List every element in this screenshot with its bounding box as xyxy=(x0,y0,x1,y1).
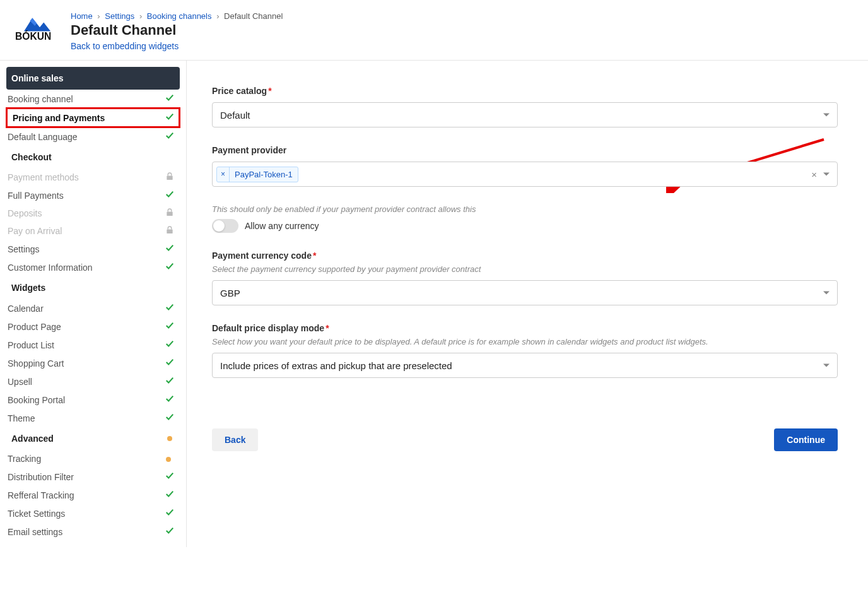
nav-deposits[interactable]: Deposits xyxy=(6,204,180,222)
section-checkout[interactable]: Checkout xyxy=(6,146,180,168)
required-mark: * xyxy=(268,86,271,96)
lock-icon xyxy=(165,172,175,182)
dot-icon xyxy=(167,436,172,441)
section-advanced[interactable]: Advanced xyxy=(6,427,180,450)
check-icon xyxy=(165,262,175,273)
section-online-sales[interactable]: Online sales xyxy=(6,67,180,90)
nav-label: Customer Information xyxy=(6,263,93,273)
nav-pay-on-arrival[interactable]: Pay on Arrival xyxy=(6,222,180,240)
label-price-catalog: Price catalog* xyxy=(212,86,838,96)
select-value: Default xyxy=(220,110,250,121)
label-text: Payment currency code xyxy=(212,251,312,261)
check-icon xyxy=(165,244,175,254)
nav-label: Calendar xyxy=(6,304,44,314)
toggle-allow-currency[interactable] xyxy=(212,219,238,233)
breadcrumb-home[interactable]: Home xyxy=(71,11,93,21)
nav-label: Shopping Cart xyxy=(6,358,64,369)
nav-full-payments[interactable]: Full Payments xyxy=(6,186,180,204)
nav-email-settings[interactable]: Email settings xyxy=(6,522,180,541)
check-icon xyxy=(165,339,175,350)
check-icon xyxy=(165,112,175,123)
breadcrumb-booking-channels[interactable]: Booking channels xyxy=(147,11,212,21)
label-text: Price catalog xyxy=(212,86,267,96)
chevron-down-icon xyxy=(823,114,830,117)
select-display-mode[interactable]: Include prices of extras and pickup that… xyxy=(212,353,838,378)
nav-label: Theme xyxy=(6,413,35,423)
nav-settings[interactable]: Settings xyxy=(6,240,180,258)
chevron-down-icon xyxy=(823,292,830,295)
nav-product-list[interactable]: Product List xyxy=(6,336,180,354)
label-payment-provider: Payment provider xyxy=(212,145,838,155)
check-icon xyxy=(165,303,175,314)
nav-shopping-cart[interactable]: Shopping Cart xyxy=(6,354,180,372)
help-currency-code: Select the payment currency supported by… xyxy=(212,264,838,274)
nav-label: Booking channel xyxy=(6,94,73,104)
nav-label: Product List xyxy=(6,340,54,350)
nav-label: Email settings xyxy=(6,527,62,537)
lock-icon xyxy=(165,226,175,236)
nav-refferal-tracking[interactable]: Refferal Tracking xyxy=(6,486,180,504)
nav-booking-portal[interactable]: Booking Portal xyxy=(6,391,180,409)
dot-icon xyxy=(165,454,175,464)
main-content: Price catalog* Default Payment provider … xyxy=(187,61,868,547)
nav-payment-methods[interactable]: Payment methods xyxy=(6,168,180,186)
nav-label: Pricing and Payments xyxy=(11,113,105,123)
nav-label: Pay on Arrival xyxy=(6,226,62,236)
nav-default-language[interactable]: Default Language xyxy=(6,127,180,146)
check-icon xyxy=(165,394,175,405)
required-mark: * xyxy=(326,323,329,333)
svg-rect-3 xyxy=(167,230,172,234)
label-display-mode: Default price display mode* xyxy=(212,323,838,333)
select-currency-code[interactable]: GBP xyxy=(212,280,838,305)
nav-distribution-filter[interactable]: Distribution Filter xyxy=(6,468,180,486)
label-currency-code: Payment currency code* xyxy=(212,251,838,261)
nav-label: Ticket Settings xyxy=(6,509,65,519)
multiselect-payment-provider[interactable]: × PayPal-Token-1 × xyxy=(212,162,838,187)
section-widgets[interactable]: Widgets xyxy=(6,276,180,299)
select-price-catalog[interactable]: Default xyxy=(212,102,838,127)
nav-label: Full Payments xyxy=(6,191,64,201)
logo: BÓKUN xyxy=(15,9,64,47)
nav-label: Booking Portal xyxy=(6,395,65,405)
svg-rect-1 xyxy=(167,176,172,180)
field-allow-currency: This should only be enabled if your paym… xyxy=(212,204,838,233)
nav-label: Tracking xyxy=(6,454,41,464)
check-icon xyxy=(165,190,175,201)
nav-label: Settings xyxy=(6,244,40,254)
nav-label: Distribution Filter xyxy=(6,472,74,482)
help-display-mode: Select how you want your default price t… xyxy=(212,337,838,346)
tag-remove-button[interactable]: × xyxy=(217,167,230,182)
breadcrumb-current: Default Channel xyxy=(224,11,283,21)
nav-booking-channel[interactable]: Booking channel xyxy=(6,90,180,108)
back-to-widgets-link[interactable]: Back to embedding widgets xyxy=(71,41,179,51)
select-value: Include prices of extras and pickup that… xyxy=(220,360,452,371)
nav-tracking[interactable]: Tracking xyxy=(6,450,180,468)
clear-all-button[interactable]: × xyxy=(811,169,817,180)
nav-label: Product Page xyxy=(6,322,61,332)
required-mark: * xyxy=(313,251,316,261)
nav-upsell[interactable]: Upsell xyxy=(6,372,180,391)
toggle-knob xyxy=(213,220,225,232)
nav-calendar[interactable]: Calendar xyxy=(6,299,180,317)
breadcrumb-sep: › xyxy=(139,11,142,21)
nav-label: Deposits xyxy=(6,208,42,218)
nav-pricing-payments[interactable]: Pricing and Payments xyxy=(6,107,180,128)
nav-ticket-settings[interactable]: Ticket Settings xyxy=(6,504,180,522)
check-icon xyxy=(165,93,175,104)
nav-theme[interactable]: Theme xyxy=(6,409,180,427)
check-icon xyxy=(165,526,175,537)
lock-icon xyxy=(165,208,175,218)
nav-customer-info[interactable]: Customer Information xyxy=(6,258,180,276)
breadcrumb-settings[interactable]: Settings xyxy=(105,11,134,21)
field-currency-code: Payment currency code* Select the paymen… xyxy=(212,251,838,305)
check-icon xyxy=(165,471,175,482)
svg-text:BÓKUN: BÓKUN xyxy=(15,30,51,42)
chevron-down-icon xyxy=(823,364,830,367)
nav-product-page[interactable]: Product Page xyxy=(6,317,180,336)
back-button[interactable]: Back xyxy=(212,428,258,451)
check-icon xyxy=(165,376,175,387)
nav-label: Payment methods xyxy=(6,172,79,182)
nav-label: Default Language xyxy=(6,132,78,142)
breadcrumb-sep: › xyxy=(97,11,100,21)
continue-button[interactable]: Continue xyxy=(774,428,838,451)
